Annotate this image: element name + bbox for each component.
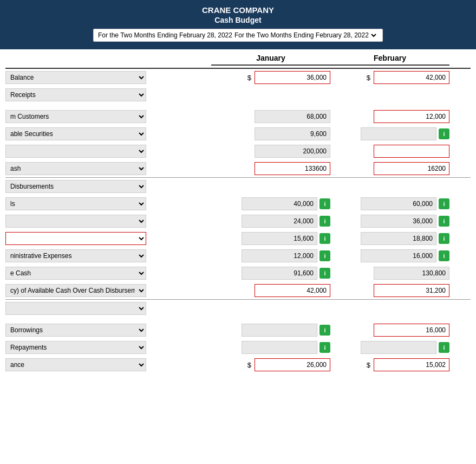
- jan-input-from-customers[interactable]: [255, 110, 330, 123]
- dollar-sign-feb-ance: $: [367, 361, 370, 369]
- row-label-from-customers: m Customers: [5, 110, 211, 123]
- feb-input-blank2[interactable]: [361, 215, 436, 228]
- jan-cell-ance: $: [211, 358, 330, 371]
- label-select-admin-expenses[interactable]: ninistrative Expenses: [5, 249, 146, 262]
- label-select-blank2[interactable]: [5, 215, 146, 228]
- dollar-sign-feb-balance: $: [367, 74, 370, 82]
- jan-info-btn-repayments[interactable]: i: [319, 342, 330, 353]
- period-selector[interactable]: For the Two Months Ending February 28, 2…: [93, 29, 383, 42]
- feb-info-btn-blank2[interactable]: i: [439, 216, 449, 227]
- jan-input-repayments[interactable]: [242, 341, 317, 354]
- feb-input-e-cash[interactable]: [374, 267, 449, 280]
- jan-cell-repayments: i: [211, 341, 330, 354]
- label-select-excess[interactable]: cy) of Available Cash Over Cash Disburse…: [5, 284, 146, 297]
- table-row: Borrowingsi: [0, 321, 476, 339]
- jan-cell-blank1: [211, 145, 330, 158]
- table-row: ance$$: [0, 356, 476, 373]
- dollar-sign-jan-ance: $: [247, 361, 251, 369]
- feb-info-btn-able-securities[interactable]: i: [439, 128, 449, 139]
- feb-input-from-customers[interactable]: [374, 110, 449, 123]
- jan-input-admin-expenses[interactable]: [242, 249, 317, 262]
- feb-info-btn-blank3[interactable]: i: [439, 233, 449, 244]
- feb-input-balance[interactable]: [374, 71, 449, 84]
- feb-input-excess[interactable]: [374, 284, 449, 297]
- feb-input-blank3[interactable]: [361, 232, 436, 245]
- label-select-blank3[interactable]: [5, 232, 146, 245]
- table-row: Receipts: [0, 86, 476, 104]
- feb-input-ance[interactable]: [374, 358, 449, 371]
- feb-input-repayments[interactable]: [361, 341, 436, 354]
- period-label: For the Two Months Ending February 28, 2…: [98, 31, 232, 39]
- feb-input-able-securities[interactable]: [361, 127, 436, 140]
- row-label-e-cash: e Cash: [5, 267, 211, 280]
- feb-cell-blank1: [330, 145, 449, 158]
- label-select-blank1[interactable]: [5, 145, 146, 158]
- table-row: m Customers: [0, 108, 476, 125]
- label-col: [5, 54, 211, 66]
- february-header: February: [330, 54, 449, 66]
- jan-input-cash[interactable]: [255, 162, 330, 175]
- table-row: ii: [0, 212, 476, 230]
- table-row: cy) of Available Cash Over Cash Disburse…: [0, 282, 476, 299]
- label-select-blank4[interactable]: [5, 302, 146, 315]
- row-label-blank3: [5, 232, 211, 245]
- rows-container: Balance$$Receiptsm Customersable Securit…: [0, 69, 476, 373]
- row-label-able-securities: able Securities: [5, 127, 211, 140]
- feb-input-cash[interactable]: [374, 162, 449, 175]
- feb-cell-able-securities: i: [330, 127, 449, 140]
- label-select-balance[interactable]: Balance: [5, 71, 146, 84]
- jan-input-balance[interactable]: [255, 71, 330, 84]
- company-name: CRANE COMPANY: [11, 5, 465, 15]
- jan-input-ance[interactable]: [255, 358, 330, 371]
- jan-info-btn-borrowings[interactable]: i: [319, 325, 330, 336]
- jan-input-e-cash[interactable]: [242, 267, 317, 280]
- jan-info-btn-admin-expenses[interactable]: i: [319, 250, 330, 261]
- feb-cell-ance: $: [330, 358, 449, 371]
- feb-input-blank1[interactable]: [374, 145, 449, 158]
- jan-cell-from-customers: [211, 110, 330, 123]
- feb-cell-blank2: i: [330, 215, 449, 228]
- feb-input-ls[interactable]: [361, 197, 436, 210]
- feb-input-borrowings[interactable]: [374, 324, 449, 337]
- label-select-ance[interactable]: ance: [5, 358, 146, 371]
- table-row: e Cashi: [0, 265, 476, 282]
- row-label-borrowings: Borrowings: [5, 324, 211, 337]
- label-select-e-cash[interactable]: e Cash: [5, 267, 146, 280]
- period-dropdown[interactable]: For the Two Months Ending February 28, 2…: [232, 31, 378, 40]
- row-label-blank2: [5, 215, 211, 228]
- january-header: January: [211, 54, 330, 66]
- feb-cell-ls: i: [330, 197, 449, 210]
- feb-info-btn-admin-expenses[interactable]: i: [439, 250, 449, 261]
- jan-input-excess[interactable]: [255, 284, 330, 297]
- jan-info-btn-e-cash[interactable]: i: [319, 268, 330, 279]
- feb-info-btn-repayments[interactable]: i: [439, 342, 449, 353]
- jan-cell-borrowings: i: [211, 324, 330, 337]
- feb-info-btn-ls[interactable]: i: [439, 198, 449, 209]
- row-label-disbursements: Disbursements: [5, 180, 211, 193]
- jan-cell-admin-expenses: i: [211, 249, 330, 262]
- label-select-cash[interactable]: ash: [5, 162, 146, 175]
- jan-info-btn-blank2[interactable]: i: [319, 216, 330, 227]
- label-select-receipts[interactable]: Receipts: [5, 88, 146, 101]
- jan-input-borrowings[interactable]: [242, 324, 317, 337]
- label-select-from-customers[interactable]: m Customers: [5, 110, 146, 123]
- label-select-disbursements[interactable]: Disbursements: [5, 180, 146, 193]
- feb-cell-borrowings: [330, 324, 449, 337]
- report-title: Cash Budget: [11, 16, 465, 24]
- jan-input-blank1[interactable]: [255, 145, 330, 158]
- jan-info-btn-ls[interactable]: i: [319, 198, 330, 209]
- jan-info-btn-blank3[interactable]: i: [319, 233, 330, 244]
- label-select-borrowings[interactable]: Borrowings: [5, 324, 146, 337]
- label-select-repayments[interactable]: Repayments: [5, 341, 146, 354]
- table-row: [0, 143, 476, 160]
- feb-input-admin-expenses[interactable]: [361, 249, 436, 262]
- jan-input-able-securities[interactable]: [255, 127, 330, 140]
- jan-input-ls[interactable]: [242, 197, 317, 210]
- page: CRANE COMPANY Cash Budget For the Two Mo…: [0, 0, 476, 464]
- table-row: lsii: [0, 195, 476, 212]
- label-select-able-securities[interactable]: able Securities: [5, 127, 146, 140]
- label-select-ls[interactable]: ls: [5, 197, 146, 210]
- jan-input-blank3[interactable]: [242, 232, 317, 245]
- feb-cell-repayments: i: [330, 341, 449, 354]
- jan-input-blank2[interactable]: [242, 215, 317, 228]
